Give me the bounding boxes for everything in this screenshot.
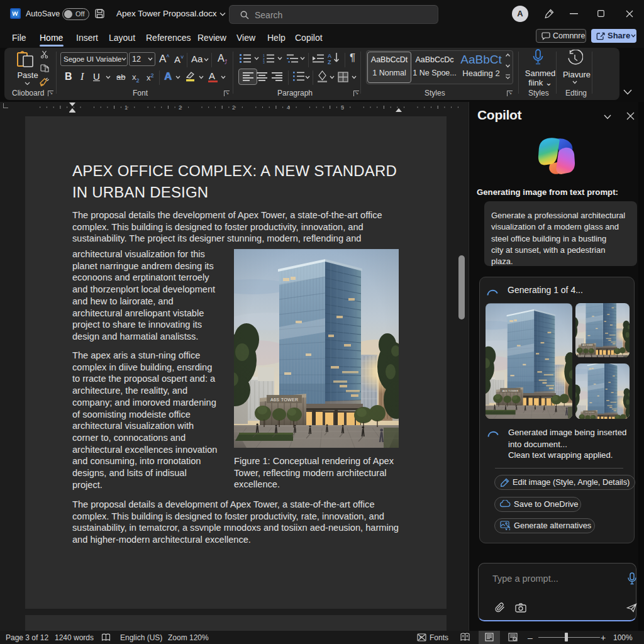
svg-text:A: A <box>328 53 331 59</box>
svg-text:3: 3 <box>263 60 265 64</box>
svg-text:2: 2 <box>179 104 182 111</box>
svg-text:4: 4 <box>287 104 290 111</box>
svg-text:1: 1 <box>125 104 128 111</box>
svg-text:Z: Z <box>328 59 331 65</box>
svg-text:F: F <box>419 635 422 640</box>
svg-text:5: 5 <box>341 104 344 111</box>
svg-text:2: 2 <box>232 104 235 111</box>
